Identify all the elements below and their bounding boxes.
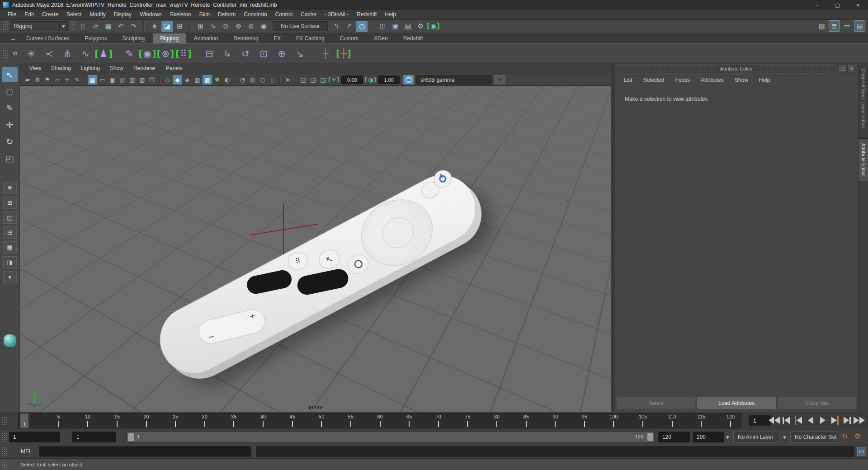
- attribute-editor-button[interactable]: Load Attributes: [697, 397, 776, 409]
- tool-settings-toggle-icon[interactable]: ≔: [841, 20, 853, 32]
- attribute-editor-toggle-icon[interactable]: ≣: [829, 20, 840, 32]
- attribute-editor-menu-item[interactable]: Selected: [638, 77, 670, 83]
- menu-item[interactable]: Create: [38, 10, 62, 19]
- step-forward-key-button[interactable]: [830, 414, 840, 426]
- attribute-editor-menu-item[interactable]: List: [618, 77, 638, 83]
- xray-icon[interactable]: ◔: [238, 75, 247, 85]
- rotate-tool[interactable]: ↻: [2, 134, 18, 149]
- four-view-layout-button[interactable]: ⊞: [3, 197, 17, 209]
- insert-joint-tool-icon[interactable]: ⋔: [59, 46, 75, 62]
- select-by-object-icon[interactable]: ◪: [161, 21, 173, 32]
- panel-menu-item[interactable]: Lighting: [76, 63, 105, 74]
- menu-item[interactable]: Display: [110, 10, 136, 19]
- color-management-toggle[interactable]: ON: [403, 75, 414, 85]
- range-end-handle[interactable]: [647, 433, 653, 441]
- menu-set-selector[interactable]: Rigging ▼: [10, 21, 68, 31]
- shelf-tab[interactable]: Polygons: [77, 33, 114, 43]
- shaded-icon[interactable]: ◆: [173, 75, 182, 85]
- field-chart-icon[interactable]: ▥: [127, 75, 137, 85]
- smooth-bind-icon[interactable]: ⊛: [157, 46, 174, 62]
- menu-item[interactable]: Control: [271, 10, 297, 19]
- attribute-editor-header[interactable]: Attribute Editor ◳ ×: [615, 63, 858, 74]
- open-scene-icon[interactable]: ▱: [90, 21, 101, 32]
- joint-tool-icon[interactable]: ✳: [23, 46, 39, 62]
- animation-end-field[interactable]: 200: [693, 432, 724, 442]
- current-frame-marker[interactable]: 1: [20, 414, 28, 428]
- range-start-handle[interactable]: [128, 433, 134, 441]
- command-result-field[interactable]: [256, 446, 854, 457]
- snap-to-point-icon[interactable]: ⊙: [220, 21, 231, 32]
- minimize-button[interactable]: ─: [807, 0, 827, 10]
- exposure-field[interactable]: 0.00: [341, 75, 363, 84]
- safe-title-icon[interactable]: Ⓣ: [147, 75, 157, 85]
- shelf-tab[interactable]: Custom: [333, 33, 366, 43]
- lasso-select-tool[interactable]: ◌: [2, 84, 18, 99]
- ipr-render-icon[interactable]: ▤: [402, 21, 414, 32]
- menu-item[interactable]: Edit: [20, 10, 38, 19]
- use-all-lights-icon[interactable]: ▩: [203, 75, 212, 85]
- range-slider[interactable]: 1 120: [127, 432, 655, 442]
- xray-active-components-icon[interactable]: ○: [258, 75, 267, 85]
- close-panel-icon[interactable]: ×: [848, 65, 855, 72]
- command-input[interactable]: [39, 446, 251, 457]
- humanik-character-icon[interactable]: ♟: [95, 46, 112, 62]
- shelf-grip[interactable]: [3, 49, 8, 58]
- animation-preferences-button[interactable]: ⚙: [854, 432, 861, 441]
- single-pane-layout-button[interactable]: ❖: [3, 182, 17, 194]
- menu-item[interactable]: Select: [62, 10, 85, 19]
- live-surface-field[interactable]: No Live Surface: [273, 21, 328, 31]
- shelf-menu-gear-icon[interactable]: ⚙: [10, 49, 19, 58]
- hypershade-persp-layout-button[interactable]: ▦: [3, 241, 17, 254]
- tab-attribute-editor[interactable]: Attribute Editor: [859, 138, 868, 181]
- step-back-key-button[interactable]: [793, 414, 803, 426]
- point-constraint-icon[interactable]: ↳: [219, 46, 236, 62]
- grease-pencil-icon[interactable]: ✎: [72, 75, 82, 85]
- scale-constraint-icon[interactable]: ⊡: [255, 46, 272, 62]
- isolate-select-icon[interactable]: ◱: [298, 75, 308, 85]
- menu-item[interactable]: Constrain: [240, 10, 271, 19]
- xray-joints-icon[interactable]: ◍: [248, 75, 257, 85]
- modeling-toolkit-icon[interactable]: ▧: [816, 20, 827, 32]
- open-render-view-icon[interactable]: ◫: [377, 21, 388, 32]
- camera-attributes-icon[interactable]: ⚙: [33, 75, 42, 85]
- shelf-tab[interactable]: FX: [267, 33, 288, 43]
- menu-item[interactable]: - 3DtoAll -: [321, 10, 353, 19]
- screen-space-ao-icon[interactable]: ◐: [222, 75, 232, 85]
- grid-toggle-icon[interactable]: ▦: [88, 75, 97, 85]
- menu-item[interactable]: File: [4, 10, 20, 19]
- play-backwards-button[interactable]: [806, 414, 816, 426]
- parent-constraint-icon[interactable]: ⊟: [201, 46, 217, 62]
- snap-to-grid-icon[interactable]: ⊞: [195, 21, 206, 32]
- input-connections-icon[interactable]: ↰: [331, 21, 342, 32]
- character-set-select[interactable]: No Character Set: [790, 432, 838, 442]
- playback-end-field[interactable]: 120: [658, 432, 690, 442]
- chevron-down-icon[interactable]: ▼: [783, 435, 786, 440]
- step-back-frame-button[interactable]: [781, 414, 791, 426]
- attribute-editor-menu-item[interactable]: Attributes: [695, 77, 729, 83]
- redshift-render-icon[interactable]: ◉: [428, 21, 439, 32]
- select-camera-icon[interactable]: ▰: [23, 75, 32, 85]
- exposure-icon[interactable]: ✳: [328, 76, 340, 83]
- make-live-icon[interactable]: ◉: [258, 21, 269, 32]
- plugin-shapes-icon[interactable]: ▯: [268, 75, 277, 85]
- safe-action-icon[interactable]: ▧: [137, 75, 147, 85]
- auto-keyframe-button[interactable]: ↻: [842, 432, 848, 441]
- multi-component-icon[interactable]: ◲: [308, 75, 318, 85]
- pole-vector-constraint-icon[interactable]: ↘: [292, 46, 308, 62]
- persp-graph-layout-button[interactable]: ⊟: [3, 226, 17, 239]
- panel-menu-item[interactable]: View: [24, 63, 46, 74]
- wireframe-icon[interactable]: ◇: [163, 75, 172, 85]
- chevron-down-icon[interactable]: ▼: [494, 75, 505, 85]
- shadows-icon[interactable]: ❋: [212, 75, 222, 85]
- move-tool[interactable]: ✛: [2, 117, 18, 132]
- output-connections-icon[interactable]: ↱: [344, 21, 355, 32]
- film-gate-icon[interactable]: ▭: [98, 75, 107, 85]
- help-grip[interactable]: [2, 460, 7, 469]
- orient-constraint-icon[interactable]: ↺: [237, 46, 254, 62]
- attribute-editor-menu-item[interactable]: Show: [729, 77, 754, 83]
- menu-item[interactable]: Skeleton: [166, 10, 195, 19]
- timeline-grip[interactable]: [2, 416, 7, 425]
- panel-menu-item[interactable]: Shading: [46, 63, 76, 74]
- panel-splitter[interactable]: [611, 63, 615, 412]
- shelf-tab-menu-icon[interactable]: ─: [8, 35, 18, 43]
